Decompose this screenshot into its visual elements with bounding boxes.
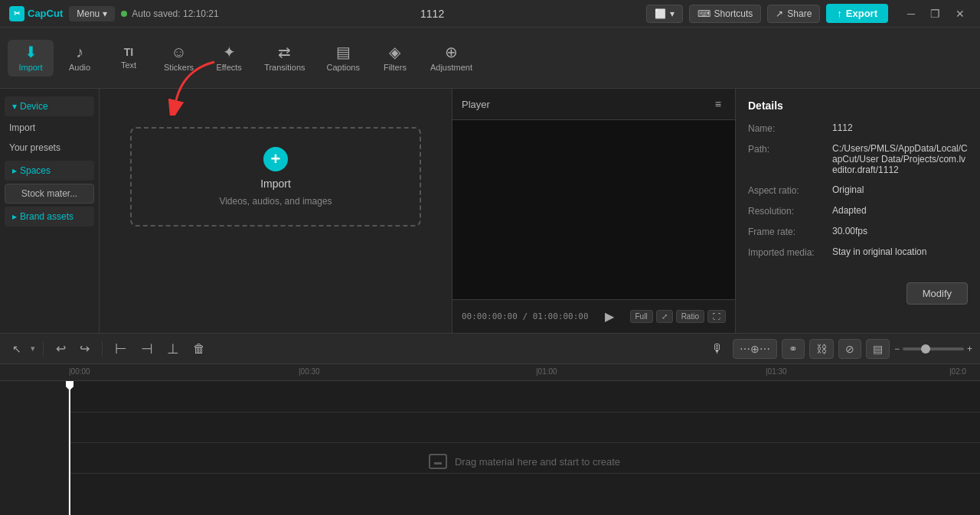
sidebar-presets-label: Your presets xyxy=(9,142,60,153)
close-button[interactable]: ✕ xyxy=(949,3,971,24)
player-controls: 00:00:00:00 / 01:00:00:00 ▶ Full ⤢ Ratio… xyxy=(452,299,735,333)
timeline-right-tools: 🎙 ⋯⊕⋯ ⚭ ⛓ ⊘ ▤ − + xyxy=(707,339,972,359)
mic-button[interactable]: 🎙 xyxy=(707,339,728,359)
split-right-button[interactable]: ⊣ xyxy=(136,337,158,360)
redo-button[interactable]: ↪ xyxy=(75,338,94,359)
player-menu-button[interactable]: ≡ xyxy=(710,95,726,113)
sidebar-section-brand[interactable]: ▸ Brand assets xyxy=(5,207,94,227)
link-button[interactable]: ⚭ xyxy=(782,339,805,359)
modify-button[interactable]: Modify xyxy=(906,282,968,305)
tab-captions[interactable]: ▤ Captions xyxy=(318,40,369,77)
adjustment-tab-label: Adjustment xyxy=(430,63,472,72)
timeline-toolbar: ↖ ▾ ↩ ↪ ⊢ ⊣ ⊥ 🗑 🎙 ⋯⊕⋯ ⚭ ⛓ ⊘ ▤ − + xyxy=(0,334,980,364)
detail-key-imported: Imported media: xyxy=(748,246,832,258)
sidebar-stock-button[interactable]: Stock mater... xyxy=(5,184,94,204)
track-line-3 xyxy=(69,473,980,474)
tab-transitions[interactable]: ⇄ Transitions xyxy=(255,40,314,77)
adjustment-tab-icon: ⊕ xyxy=(445,44,458,60)
share-label: Share xyxy=(787,8,812,19)
auto-saved-text: Auto saved: 12:10:21 xyxy=(132,8,218,19)
sidebar-item-import[interactable]: Import xyxy=(0,118,99,138)
split-audio-button[interactable]: ⊘ xyxy=(838,339,861,359)
window-controls: ─ ❐ ✕ xyxy=(900,3,971,24)
filters-tab-label: Filters xyxy=(384,63,407,72)
ruler-mark-0: |00:00 xyxy=(69,367,90,376)
menu-button[interactable]: Menu ▾ xyxy=(69,6,115,21)
layout-button[interactable]: ⬜ ▾ xyxy=(646,5,683,23)
detail-val-imported: Stay in original location xyxy=(832,246,968,257)
detail-row-name: Name: 1112 xyxy=(748,122,968,134)
zoom-slider[interactable]: − + xyxy=(894,344,972,354)
playhead[interactable] xyxy=(69,381,70,515)
ratio-button[interactable]: Ratio xyxy=(676,310,704,323)
subtitle-button[interactable]: ▤ xyxy=(866,339,890,359)
minimize-button[interactable]: ─ xyxy=(900,3,922,24)
player-header: Player ≡ xyxy=(452,89,735,120)
saved-indicator xyxy=(121,11,127,17)
fullscreen-button[interactable]: ⛶ xyxy=(707,310,726,323)
sidebar-section-device[interactable]: ▾ Device xyxy=(5,96,94,116)
shortcuts-button[interactable]: ⌨ Shortcuts xyxy=(689,5,762,23)
tab-text[interactable]: TI Text xyxy=(106,42,152,74)
sidebar-spaces-label: Spaces xyxy=(20,165,51,176)
split-center-button[interactable]: ⊥ xyxy=(162,337,184,360)
text-tab-icon: TI xyxy=(124,47,133,57)
zoom-track[interactable] xyxy=(903,347,964,350)
player-area: Player ≡ 00:00:00:00 / 01:00:00:00 ▶ Ful… xyxy=(452,89,735,333)
import-drop-zone[interactable]: + Import Videos, audios, and images xyxy=(130,127,421,227)
track-line-1 xyxy=(69,412,980,412)
play-button[interactable]: ▶ xyxy=(605,309,614,324)
select-tool-button[interactable]: ↖ xyxy=(8,340,26,358)
detail-val-framerate: 30.00fps xyxy=(832,226,968,236)
detail-row-imported: Imported media: Stay in original locatio… xyxy=(748,246,968,258)
sidebar-section-spaces[interactable]: ▸ Spaces xyxy=(5,161,94,181)
tab-audio[interactable]: ♪ Audio xyxy=(57,40,103,77)
detail-row-resolution: Resolution: Adapted xyxy=(748,205,968,217)
detail-row-framerate: Frame rate: 30.00fps xyxy=(748,226,968,237)
detail-key-resolution: Resolution: xyxy=(748,205,832,217)
drag-hint: ▬ Drag material here and start to create xyxy=(69,454,980,469)
export-button[interactable]: ↑ Export xyxy=(826,4,888,23)
share-button[interactable]: ↗ Share xyxy=(767,5,820,23)
full-button[interactable]: Full xyxy=(630,310,653,323)
ruler-mark-200: |02:0 xyxy=(949,367,966,376)
magnet-button[interactable]: ⋯⊕⋯ xyxy=(733,339,777,359)
fit-button[interactable]: ⤢ xyxy=(656,310,673,323)
detail-key-name: Name: xyxy=(748,122,832,134)
chevron-right-icon-2: ▸ xyxy=(12,211,17,222)
logo-icon: ✂ xyxy=(9,6,24,21)
player-ratio-buttons: Full ⤢ Ratio ⛶ xyxy=(630,310,726,323)
titlebar: ✂ CapCut Menu ▾ Auto saved: 12:10:21 111… xyxy=(0,0,980,28)
detail-val-path: C:/Users/PMLS/AppData/Local/CapCut/User … xyxy=(832,143,968,175)
tab-filters[interactable]: ◈ Filters xyxy=(372,40,418,77)
time-display: 00:00:00:00 / 01:00:00:00 xyxy=(462,311,589,321)
ruler-mark-30: |00:30 xyxy=(299,367,320,376)
split-left-button[interactable]: ⊢ xyxy=(110,337,132,360)
player-video xyxy=(452,120,735,299)
app-row: ▾ Device Import Your presets ▸ Spaces St… xyxy=(0,89,980,333)
timeline-track-area: ▬ Drag material here and start to create xyxy=(0,381,980,515)
share-icon: ↗ xyxy=(776,8,783,19)
details-panel: Details Name: 1112 Path: C:/Users/PMLS/A… xyxy=(735,89,980,333)
maximize-button[interactable]: ❐ xyxy=(925,3,946,24)
sidebar-brand-label: Brand assets xyxy=(20,211,74,222)
tab-import[interactable]: ⬇ Import xyxy=(8,40,54,77)
timeline-tracks[interactable]: ▬ Drag material here and start to create xyxy=(69,381,980,515)
ruler-mark-100: |01:00 xyxy=(536,367,557,376)
project-title: 1112 xyxy=(420,8,444,20)
delete-button[interactable]: 🗑 xyxy=(188,339,210,359)
app-name: CapCut xyxy=(28,8,63,19)
undo-button[interactable]: ↩ xyxy=(51,338,70,359)
import-tab-label: Import xyxy=(18,63,42,72)
auto-saved-status: Auto saved: 12:10:21 xyxy=(121,8,218,19)
sidebar-item-presets[interactable]: Your presets xyxy=(0,138,99,158)
chevron-right-icon: ▸ xyxy=(12,165,17,176)
zoom-plus-icon: + xyxy=(967,344,972,354)
tab-adjustment[interactable]: ⊕ Adjustment xyxy=(421,40,482,77)
toolbar-separator-1 xyxy=(43,341,44,357)
titlebar-right: ⬜ ▾ ⌨ Shortcuts ↗ Share ↑ Export ─ ❐ ✕ xyxy=(646,3,971,24)
sidebar-stock-label: Stock mater... xyxy=(21,188,77,199)
import-plus-icon: + xyxy=(263,147,288,171)
unlink-button[interactable]: ⛓ xyxy=(809,339,834,359)
captions-tab-label: Captions xyxy=(327,63,360,72)
